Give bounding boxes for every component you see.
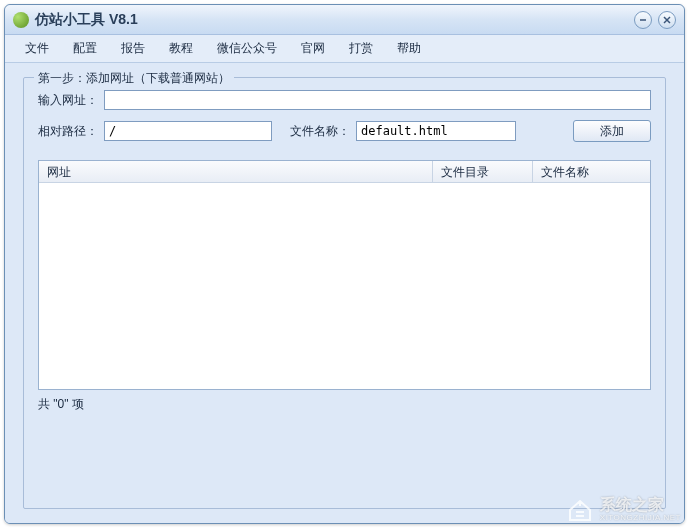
menubar: 文件 配置 报告 教程 微信公众号 官网 打赏 帮助	[5, 35, 684, 63]
url-input[interactable]	[104, 90, 651, 110]
url-row: 输入网址：	[38, 90, 651, 110]
menu-file[interactable]: 文件	[15, 36, 59, 61]
table-header: 网址 文件目录 文件名称	[39, 161, 650, 183]
minimize-button[interactable]	[634, 11, 652, 29]
app-icon	[13, 12, 29, 28]
menu-help[interactable]: 帮助	[387, 36, 431, 61]
menu-config[interactable]: 配置	[63, 36, 107, 61]
column-filename[interactable]: 文件名称	[533, 161, 650, 182]
status-text: 共 "0" 项	[38, 396, 651, 413]
menu-tutorial[interactable]: 教程	[159, 36, 203, 61]
menu-donate[interactable]: 打赏	[339, 36, 383, 61]
step-1-group: 第一步：添加网址（下载普通网站） 输入网址： 相对路径： 文件名称： 添加 网址…	[23, 77, 666, 509]
table-body[interactable]	[39, 183, 650, 389]
window-controls	[634, 11, 676, 29]
column-url[interactable]: 网址	[39, 161, 433, 182]
main-window: 仿站小工具 V8.1 文件 配置 报告 教程 微信公众号 官网 打赏 帮助 第一…	[4, 4, 685, 524]
filename-label: 文件名称：	[290, 123, 350, 140]
titlebar[interactable]: 仿站小工具 V8.1	[5, 5, 684, 35]
content-area: 第一步：添加网址（下载普通网站） 输入网址： 相对路径： 文件名称： 添加 网址…	[5, 63, 684, 523]
menu-official-site[interactable]: 官网	[291, 36, 335, 61]
url-label: 输入网址：	[38, 92, 98, 109]
window-title: 仿站小工具 V8.1	[35, 11, 634, 29]
group-title: 第一步：添加网址（下载普通网站）	[34, 70, 234, 87]
menu-wechat[interactable]: 微信公众号	[207, 36, 287, 61]
minimize-icon	[639, 16, 647, 24]
url-table: 网址 文件目录 文件名称	[38, 160, 651, 390]
close-button[interactable]	[658, 11, 676, 29]
column-dir[interactable]: 文件目录	[433, 161, 533, 182]
path-row: 相对路径： 文件名称： 添加	[38, 120, 651, 142]
filename-input[interactable]	[356, 121, 516, 141]
path-input[interactable]	[104, 121, 272, 141]
close-icon	[663, 16, 671, 24]
menu-report[interactable]: 报告	[111, 36, 155, 61]
add-button[interactable]: 添加	[573, 120, 651, 142]
status-suffix: " 项	[64, 397, 84, 411]
path-label: 相对路径：	[38, 123, 98, 140]
status-prefix: 共 "	[38, 397, 58, 411]
